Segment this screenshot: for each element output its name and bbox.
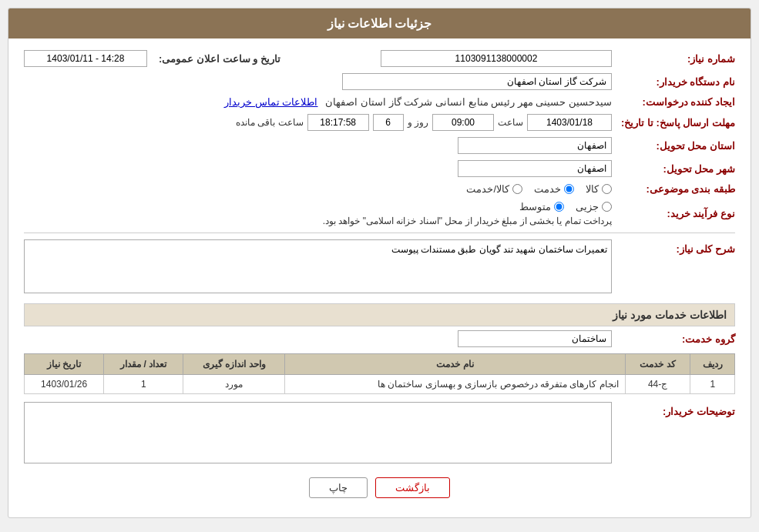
cell-code: ج-44 <box>625 375 690 394</box>
service-group-input[interactable] <box>458 330 612 347</box>
announcement-label: تاریخ و ساعت اعلان عمومی: <box>151 53 280 65</box>
delivery-province-input[interactable] <box>458 137 612 154</box>
process-motavasset[interactable]: متوسط <box>519 201 564 212</box>
order-number-label: شماره نیاز: <box>612 53 735 65</box>
col-header-unit: واحد اندازه گیری <box>183 354 285 375</box>
category-kala[interactable]: کالا <box>586 183 612 195</box>
process-jozi-label: جزیی <box>576 201 599 212</box>
contact-link[interactable]: اطلاعات تماس خریدار <box>224 96 317 108</box>
requester-label: ایجاد کننده درخواست: <box>612 96 735 108</box>
table-row: 1 ج-44 انجام کارهای متفرقه درخصوص بازساز… <box>25 375 735 394</box>
delivery-province-label: استان محل تحویل: <box>612 140 735 152</box>
general-desc-label: شرح کلی نیاز: <box>612 239 735 255</box>
services-table: ردیف کد خدمت نام خدمت واحد اندازه گیری ت… <box>24 353 735 394</box>
buyer-notes-label: توضیحات خریدار: <box>612 402 735 417</box>
print-button[interactable]: چاپ <box>309 477 368 498</box>
announcement-input[interactable] <box>24 50 147 67</box>
category-kala-khedmat-label: کالا/خدمت <box>466 183 509 195</box>
cell-date: 1403/01/26 <box>25 375 104 394</box>
category-khedmat-label: خدمت <box>534 183 561 195</box>
process-jozi[interactable]: جزیی <box>576 201 612 212</box>
category-kala-khedmat[interactable]: کالا/خدمت <box>466 183 522 195</box>
col-header-qty: تعداد / مقدار <box>104 354 183 375</box>
category-kala-radio[interactable] <box>602 184 612 194</box>
process-motavasset-label: متوسط <box>519 201 551 212</box>
reply-remaining-label: ساعت باقی مانده <box>236 117 304 128</box>
process-label: نوع فرآیند خرید: <box>612 208 735 219</box>
category-kala-khedmat-radio[interactable] <box>512 184 522 194</box>
reply-day-label: روز و <box>408 117 428 128</box>
requester-value: سیدحسین حسینی مهر رئیس منابع انسانی شرکت… <box>325 96 612 108</box>
delivery-city-input[interactable] <box>458 160 612 177</box>
cell-row: 1 <box>690 375 735 394</box>
reply-deadline-label: مهلت ارسال پاسخ: تا تاریخ: <box>612 117 735 129</box>
category-khedmat[interactable]: خدمت <box>534 183 574 195</box>
reply-time-input[interactable] <box>432 114 494 131</box>
process-jozi-radio[interactable] <box>602 202 612 212</box>
buyer-notes-textarea[interactable] <box>24 402 612 463</box>
col-header-name: نام خدمت <box>285 354 625 375</box>
process-note: پرداخت تمام یا بخشی از مبلغ خریدار از مح… <box>24 216 612 226</box>
page-title: جزئیات اطلاعات نیاز <box>8 8 751 38</box>
order-number-input[interactable] <box>381 50 612 67</box>
bottom-buttons: بازگشت چاپ <box>24 477 735 506</box>
reply-remaining-input[interactable] <box>307 114 369 131</box>
divider-1 <box>24 233 735 233</box>
reply-time-label: ساعت <box>498 117 523 128</box>
back-button[interactable]: بازگشت <box>375 477 450 498</box>
col-header-date: تاریخ نیاز <box>25 354 104 375</box>
general-desc-textarea[interactable] <box>24 239 612 293</box>
cell-unit: مورد <box>183 375 285 394</box>
process-motavasset-radio[interactable] <box>554 202 564 212</box>
category-label: طبقه بندی موضوعی: <box>612 183 735 195</box>
services-section-header: اطلاعات خدمات مورد نیاز <box>24 303 735 326</box>
col-header-row: ردیف <box>690 354 735 375</box>
category-khedmat-radio[interactable] <box>564 184 574 194</box>
col-header-code: کد خدمت <box>625 354 690 375</box>
reply-day-input[interactable] <box>373 114 404 131</box>
buyer-station-input[interactable] <box>342 73 612 90</box>
cell-qty: 1 <box>104 375 183 394</box>
delivery-city-label: شهر محل تحویل: <box>612 163 735 175</box>
service-group-label: گروه خدمت: <box>612 333 735 345</box>
reply-date-input[interactable] <box>527 114 612 131</box>
cell-name: انجام کارهای متفرقه درخصوص بازسازی و بهس… <box>285 375 625 394</box>
category-kala-label: کالا <box>586 183 599 195</box>
buyer-station-label: نام دستگاه خریدار: <box>612 76 735 88</box>
